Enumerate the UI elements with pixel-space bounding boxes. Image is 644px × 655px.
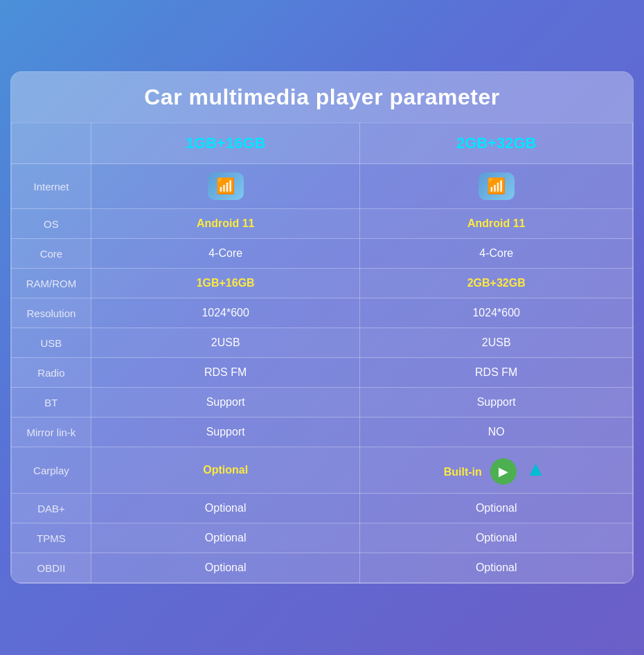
row-label: OS	[12, 209, 91, 239]
row-col2: Optional	[360, 494, 633, 523]
row-col2: 📶	[360, 164, 633, 209]
table-row: CarplayOptional Built-in ▶ ▲	[12, 447, 633, 494]
main-container: Car multimedia player parameter 1GB+16GB…	[10, 71, 634, 584]
row-col1: 1GB+16GB	[91, 269, 360, 298]
row-label: Core	[12, 239, 91, 269]
row-col1: Android 11	[91, 209, 360, 239]
table-body: Internet📶📶OSAndroid 11Android 11Core4-Co…	[12, 164, 633, 583]
row-col2: Android 11	[360, 209, 633, 239]
row-col1: 4-Core	[91, 239, 360, 269]
optional-label: Optional	[203, 464, 248, 476]
row-col2: NO	[360, 418, 633, 447]
header-2gb: 2GB+32GB	[360, 123, 633, 164]
row-col1: 2USB	[91, 328, 360, 358]
row-label: USB	[12, 328, 91, 358]
page-title: Car multimedia player parameter	[144, 84, 499, 109]
table-row: RAM/ROM1GB+16GB2GB+32GB	[12, 269, 633, 298]
row-col2: 2GB+32GB	[360, 269, 633, 298]
row-col2: Optional	[360, 523, 633, 553]
row-col1: Optional	[91, 553, 360, 583]
row-col2: Optional	[360, 553, 633, 583]
table-row: Internet📶📶	[12, 164, 633, 209]
ram-label: 2GB+32GB	[467, 277, 526, 289]
row-label: Carplay	[12, 447, 91, 494]
row-label: BT	[12, 388, 91, 418]
table-row: OSAndroid 11Android 11	[12, 209, 633, 239]
row-label: Internet	[12, 164, 91, 209]
ram-label: 1GB+16GB	[197, 277, 255, 289]
row-col2: Built-in ▶ ▲	[360, 447, 633, 494]
android-label: Android 11	[467, 217, 526, 229]
carplay-play-icon: ▶	[490, 458, 517, 485]
table-row: DAB+OptionalOptional	[12, 494, 633, 523]
title-row: Car multimedia player parameter	[11, 72, 633, 123]
table-row: Mirror lin-kSupportNO	[12, 418, 633, 447]
wifi-icon: 📶	[208, 172, 244, 200]
row-col1: Optional	[91, 523, 360, 553]
table-row: BTSupportSupport	[12, 388, 633, 418]
row-col1: Support	[91, 388, 360, 418]
row-label: Mirror lin-k	[12, 418, 91, 447]
row-col2: 1024*600	[360, 298, 633, 328]
carplay-nav-icon: ▲	[523, 456, 549, 482]
params-table: 1GB+16GB 2GB+32GB Internet📶📶OSAndroid 11…	[11, 123, 633, 583]
row-col1: RDS FM	[91, 358, 360, 388]
android-label: Android 11	[197, 217, 255, 229]
table-row: USB2USB2USB	[12, 328, 633, 358]
header-empty-cell	[12, 123, 91, 164]
header-1gb: 1GB+16GB	[91, 123, 360, 164]
row-col1: Optional	[91, 494, 360, 523]
table-row: Resolution1024*6001024*600	[12, 298, 633, 328]
wifi-icon: 📶	[478, 172, 515, 200]
row-label: TPMS	[12, 523, 91, 553]
row-col1: Support	[91, 418, 360, 447]
row-label: Radio	[12, 358, 91, 388]
row-label: Resolution	[12, 298, 91, 328]
table-row: RadioRDS FMRDS FM	[12, 358, 633, 388]
row-label: RAM/ROM	[12, 269, 91, 298]
builtin-label: Built-in	[444, 466, 482, 478]
row-col2: 4-Core	[360, 239, 633, 269]
table-header-row: 1GB+16GB 2GB+32GB	[12, 123, 633, 164]
row-col1: 📶	[91, 164, 360, 209]
row-label: DAB+	[12, 494, 91, 523]
row-col2: 2USB	[360, 328, 633, 358]
row-col2: RDS FM	[360, 358, 633, 388]
table-wrapper: 1GB+16GB 2GB+32GB Internet📶📶OSAndroid 11…	[11, 123, 633, 583]
row-col1: 1024*600	[91, 298, 360, 328]
table-row: Core4-Core4-Core	[12, 239, 633, 269]
row-col1: Optional	[91, 447, 360, 494]
table-row: TPMSOptionalOptional	[12, 523, 633, 553]
row-col2: Support	[360, 388, 633, 418]
table-row: OBDIIOptionalOptional	[12, 553, 633, 583]
row-label: OBDII	[12, 553, 91, 583]
